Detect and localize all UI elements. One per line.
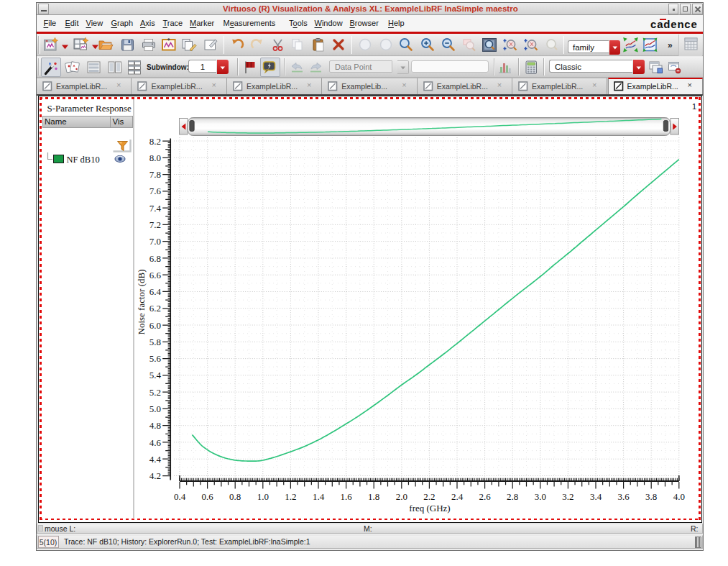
svg-text:2.0: 2.0 xyxy=(396,491,407,502)
svg-text:2.2: 2.2 xyxy=(423,491,435,502)
svg-text:3.8: 3.8 xyxy=(645,491,657,502)
svg-text:1.2: 1.2 xyxy=(285,491,296,502)
svg-text:5.6: 5.6 xyxy=(149,353,162,364)
svg-text:8.0: 8.0 xyxy=(149,152,161,163)
svg-text:1.0: 1.0 xyxy=(257,491,269,502)
svg-text:5.0: 5.0 xyxy=(149,403,161,414)
svg-text:6.2: 6.2 xyxy=(149,303,161,314)
svg-text:1.8: 1.8 xyxy=(368,491,379,502)
svg-text:0.6: 0.6 xyxy=(201,491,213,502)
svg-text:1.6: 1.6 xyxy=(340,491,352,502)
svg-text:6.6: 6.6 xyxy=(149,270,162,280)
svg-text:7.0: 7.0 xyxy=(149,236,161,247)
svg-text:2.6: 2.6 xyxy=(479,491,491,502)
svg-text:6.0: 6.0 xyxy=(149,320,161,331)
svg-text:7.8: 7.8 xyxy=(149,169,161,180)
svg-text:8.2: 8.2 xyxy=(149,136,161,147)
svg-text:Noise factor (dB): Noise factor (dB) xyxy=(136,270,147,335)
svg-text:2.8: 2.8 xyxy=(507,491,518,502)
svg-text:4.4: 4.4 xyxy=(149,454,162,465)
svg-text:4.0: 4.0 xyxy=(673,491,685,502)
svg-text:7.4: 7.4 xyxy=(149,203,162,214)
svg-text:4.2: 4.2 xyxy=(149,470,161,481)
svg-text:0.8: 0.8 xyxy=(229,491,241,502)
svg-text:4.6: 4.6 xyxy=(149,437,162,448)
svg-text:6.4: 6.4 xyxy=(149,286,162,297)
svg-text:7.2: 7.2 xyxy=(149,219,161,230)
svg-text:6.8: 6.8 xyxy=(149,253,161,264)
svg-text:3.4: 3.4 xyxy=(590,491,602,502)
svg-text:1: 1 xyxy=(692,102,696,111)
svg-text:3.6: 3.6 xyxy=(617,491,630,502)
svg-text:4.8: 4.8 xyxy=(149,420,161,431)
svg-text:3.0: 3.0 xyxy=(535,491,546,502)
svg-text:1.4: 1.4 xyxy=(313,491,325,502)
svg-text:0.4: 0.4 xyxy=(174,491,186,502)
svg-text:3.2: 3.2 xyxy=(562,491,573,502)
svg-text:5.4: 5.4 xyxy=(149,370,162,380)
svg-text:5.2: 5.2 xyxy=(149,387,161,398)
svg-text:freq (GHz): freq (GHz) xyxy=(409,503,450,513)
svg-text:5.8: 5.8 xyxy=(149,337,161,347)
svg-text:2.4: 2.4 xyxy=(451,491,464,502)
svg-text:7.6: 7.6 xyxy=(149,186,162,196)
